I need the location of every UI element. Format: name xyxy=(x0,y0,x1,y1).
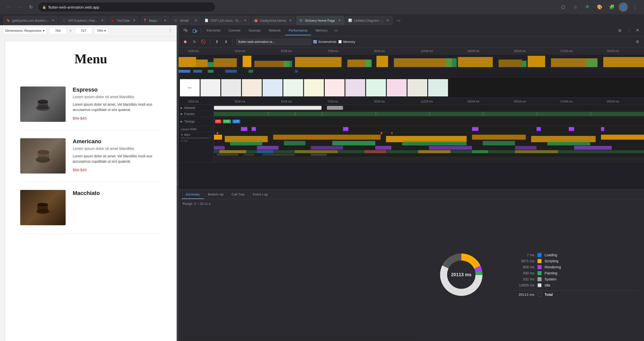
dimensions-label: Dimensions: Responsive xyxy=(5,29,41,33)
tab-geekyants-home[interactable]: 🦊 GeekyAnts-Home ✕ xyxy=(251,16,296,25)
extensions-icon[interactable]: 🧩 xyxy=(607,2,617,12)
screenshots-checkbox[interactable]: Screenshots xyxy=(313,40,336,44)
svg-rect-80 xyxy=(375,146,391,150)
ruler-mark-7218: 7218 ms xyxy=(328,49,338,52)
viewport-toolbar: Dimensions: Responsive ▾ 784 × 727 70% ▾… xyxy=(0,25,177,36)
svg-rect-63 xyxy=(391,132,392,134)
tab-close-cdf[interactable]: ✕ xyxy=(243,18,248,23)
legend-painting: 590 ms Painting xyxy=(514,271,639,275)
network-expand-icon[interactable]: ▶ xyxy=(181,106,183,109)
zoom-selector[interactable]: 70% ▾ xyxy=(94,27,108,34)
tab-grocery[interactable]: 🛒 Grocery Home Page ✕ xyxy=(296,16,345,25)
color-icon[interactable]: 🎨 xyxy=(595,2,605,12)
dimensions-selector[interactable]: Dimensions: Responsive ▾ xyxy=(3,27,47,34)
tab-cdf[interactable]: 📄 CDF LOA.docx - G... ✕ xyxy=(202,16,251,25)
frames-track-content[interactable] xyxy=(214,111,644,117)
record-button[interactable]: ⏺ xyxy=(182,38,189,45)
device-toggle-icon[interactable] xyxy=(191,27,199,35)
tab-api[interactable]: ⬡ API Explorer | Has... ✕ xyxy=(59,16,108,25)
tab-close-geekyants-home[interactable]: ✕ xyxy=(288,18,292,23)
tab-elements[interactable]: Elements xyxy=(203,26,224,35)
tab-maps[interactable]: 📍 Maps ✕ xyxy=(140,16,170,25)
americano-short: Lorem ipsum dolor sit amet blanditiis xyxy=(73,146,162,151)
memory-checkbox[interactable]: Memory xyxy=(338,40,355,44)
clear-button[interactable]: 🚫 xyxy=(200,38,207,45)
tab-sources[interactable]: Sources xyxy=(245,26,264,35)
fp-badge: FP xyxy=(215,120,221,123)
main-track-content[interactable] xyxy=(214,132,644,162)
address-bar[interactable]: 🔒 flutter-web-animation.web.app xyxy=(38,3,215,12)
perf-settings-icon[interactable]: ⚙ xyxy=(634,38,641,45)
tab-console[interactable]: Console xyxy=(225,26,244,35)
timings-expand-icon[interactable]: ▶ xyxy=(181,120,183,123)
tab-close-geekyants[interactable]: ✕ xyxy=(51,18,56,23)
height-input[interactable]: 727 xyxy=(75,27,92,34)
devtools-close-button[interactable]: ✕ xyxy=(634,27,641,34)
tab-close-api[interactable]: ✕ xyxy=(100,18,104,23)
summary-tab-event-log[interactable]: Event Log xyxy=(249,190,272,199)
width-input[interactable]: 784 xyxy=(49,27,67,34)
svg-rect-30 xyxy=(603,57,644,67)
tab-close-maps[interactable]: ✕ xyxy=(163,18,167,23)
tab-gmail[interactable]: ✉ Gmail ✕ xyxy=(171,16,201,25)
tab-memory[interactable]: Memory xyxy=(312,26,331,35)
element-picker-icon[interactable] xyxy=(182,27,190,35)
tab-close-untitled[interactable]: ✕ xyxy=(385,18,390,23)
refresh-button[interactable]: ↻ xyxy=(26,3,35,12)
download-button[interactable]: ⬇ xyxy=(222,38,229,45)
svg-rect-60 xyxy=(601,127,604,131)
reload-record-button[interactable]: ↻ xyxy=(191,38,198,45)
upload-button[interactable]: ⬆ xyxy=(213,38,220,45)
devtools-more-icon[interactable]: ⋮ xyxy=(625,27,633,35)
frames-expand-icon[interactable]: ▶ xyxy=(181,112,183,115)
painting-value: 590 ms xyxy=(514,271,534,275)
screenshots-checkbox-input[interactable] xyxy=(313,40,317,43)
tab-youtube[interactable]: ▶ YouTube ✕ xyxy=(108,16,140,25)
svg-rect-85 xyxy=(219,150,246,153)
screenshot-thumb-12 xyxy=(407,79,427,97)
main-expand-icon[interactable]: ▼ xyxy=(181,133,183,136)
svg-rect-82 xyxy=(515,146,536,150)
tab-close-youtube[interactable]: ✕ xyxy=(132,18,137,23)
network-track-content[interactable] xyxy=(214,105,644,111)
svg-rect-75 xyxy=(483,141,515,146)
system-color xyxy=(538,277,542,281)
profile-avatar[interactable]: 👤 xyxy=(619,3,628,12)
bookmark-icon[interactable]: ☆ xyxy=(570,2,580,12)
back-button[interactable]: ← xyxy=(4,3,13,12)
track-label-layout-shifts: Layout Shifts xyxy=(179,126,214,132)
timings-track-content[interactable]: FP FCP LCP xyxy=(214,117,644,126)
viewport-more-button[interactable]: ⋮ xyxy=(167,27,174,34)
screenshot-thumb-4 xyxy=(242,79,262,97)
devtools-settings-icon[interactable]: ⚙ xyxy=(616,27,624,35)
url-text: flutter-web-animation.web.app xyxy=(48,5,211,9)
more-tabs-button[interactable]: >> xyxy=(393,16,404,25)
svg-rect-28 xyxy=(528,56,545,67)
tab-performance[interactable]: Performance xyxy=(285,26,311,35)
tab-favicon-api: ⬡ xyxy=(62,18,66,22)
svg-rect-97 xyxy=(214,156,644,162)
timeline-ruler: 1218 ms 3218 ms 5218 ms 7218 ms 9218 ms … xyxy=(179,47,644,54)
layout-shifts-content[interactable] xyxy=(214,126,644,132)
svg-rect-93 xyxy=(217,154,238,156)
tab-geekyants[interactable]: 🔖 geekyants.com Bookmarks ✕ xyxy=(3,16,59,25)
loading-label: Loading xyxy=(545,253,557,257)
screen-share-icon[interactable]: ⬡ xyxy=(558,2,568,12)
svg-rect-35 xyxy=(522,61,526,67)
memory-checkbox-input[interactable] xyxy=(338,40,342,43)
summary-tab-summary[interactable]: Summary xyxy=(182,190,204,199)
tab-network[interactable]: Network xyxy=(265,26,284,35)
panel-splitter[interactable] xyxy=(177,25,179,341)
summary-tab-bottom-up[interactable]: Bottom-Up xyxy=(204,190,228,199)
color-picker-icon[interactable]: 👁 xyxy=(582,2,593,12)
ruler2-17218: 17218 ms xyxy=(560,100,572,103)
title-bar: ← → ↻ 🔒 flutter-web-animation.web.app ⬡ … xyxy=(0,0,644,14)
tab-untitled[interactable]: 📊 Untitled Diagram -... ✕ xyxy=(345,16,393,25)
summary-tab-call-tree[interactable]: Call Tree xyxy=(228,190,249,199)
tab-close-grocery[interactable]: ✕ xyxy=(337,18,342,23)
forward-button[interactable]: → xyxy=(15,3,24,12)
tab-close-gmail[interactable]: ✕ xyxy=(194,18,198,23)
svg-rect-18 xyxy=(196,60,208,67)
menu-icon[interactable]: ⋮ xyxy=(630,2,640,12)
more-devtools-tabs[interactable]: >> xyxy=(332,29,340,33)
